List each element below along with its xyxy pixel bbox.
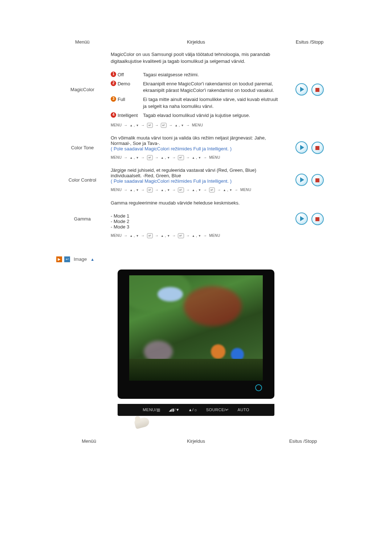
monitor-button-bar: MENU/▥ ◢▮/▼ ▲/☼ SOURCE/↵ AUTO <box>118 404 274 416</box>
stop-icon[interactable] <box>311 174 324 186</box>
btn-down[interactable]: ◢▮/▼ <box>169 408 180 412</box>
gamma-label: Gamma <box>56 196 109 242</box>
stop-icon[interactable] <box>311 213 324 225</box>
footer-header-row: Menüü Kirjeldus Esitus /Stopp <box>56 438 336 444</box>
monitor-illustration: MENU/▥ ◢▮/▼ ▲/☼ SOURCE/↵ AUTO <box>56 270 336 428</box>
row-colortone: Color Tone On võimalik muuta värvi tooni… <box>56 131 336 164</box>
stop-icon[interactable] <box>311 142 324 154</box>
option-intelligent-text: Tagab elavad loomulikud värvid ja kujuti… <box>143 112 281 119</box>
table-header-row: Menüü Kirjeldus Esitus /Stopp <box>56 36 336 48</box>
stop-icon[interactable] <box>311 84 324 96</box>
header-desc: Kirjeldus <box>109 36 283 48</box>
footer-menu: Menüü <box>56 438 122 444</box>
gamma-mode1: - Mode 1 <box>111 213 281 219</box>
btn-source[interactable]: SOURCE/↵ <box>206 408 229 412</box>
magiccolor-label: MagicColor <box>56 48 109 131</box>
option-demo: 2 Demo Ekraanipilt enne MagicColor'i rak… <box>111 81 281 94</box>
header-action: Esitus /Stopp <box>283 36 336 48</box>
badge-2-icon: 2 <box>111 81 116 86</box>
monitor-screen <box>129 275 263 381</box>
option-full-label: Full <box>118 96 143 110</box>
option-off-label: Off <box>118 72 143 78</box>
option-full-text: Ei taga mitte ainult elavaid loomulikke … <box>143 96 281 110</box>
colortone-sequence: MENU → , → ↵ → , → ↵ → , → MENU <box>111 155 281 160</box>
row-gamma: Gamma Gamma reguleerimine muudab värvide… <box>56 196 336 242</box>
play-icon[interactable] <box>295 212 308 225</box>
btn-up[interactable]: ▲/☼ <box>188 408 198 412</box>
magiccolor-sequence: MENU → , → ↵ → ↵ → , → MENU <box>111 123 281 128</box>
gamma-mode2: - Mode 2 <box>111 219 281 224</box>
option-demo-label: Demo <box>118 81 143 94</box>
footer-desc: Kirjeldus <box>122 438 270 444</box>
badge-1-icon: 1 <box>111 72 116 77</box>
gamma-mode3: - Mode 3 <box>111 224 281 230</box>
play-square-icon: ▶ <box>56 256 62 262</box>
option-off: 1 Off Tagasi esialgsesse režiimi. <box>111 72 281 78</box>
colorcontrol-note: ( Pole saadaval MagicColori režiimides F… <box>111 178 281 184</box>
monitor-frame <box>118 270 274 399</box>
header-menu: Menüü <box>56 36 109 48</box>
row-colorcontrol: Color Control Järgige neid juhiseid, et … <box>56 164 336 196</box>
colorcontrol-label: Color Control <box>56 164 109 196</box>
colortone-label: Color Tone <box>56 131 109 164</box>
back-square-icon: ↩ <box>64 256 70 262</box>
play-icon[interactable] <box>295 141 308 154</box>
option-intelligent-label: Intelligent <box>118 112 143 119</box>
finger-pointer-icon <box>134 416 150 429</box>
gamma-text: Gamma reguleerimine muudab värvide heled… <box>111 200 281 207</box>
magiccolor-intro: MagicColor on uus Samsungi poolt välja t… <box>111 51 281 65</box>
colortone-note: ( Pole saadaval MagicColori režiimides F… <box>111 146 281 151</box>
option-demo-text: Ekraanipilt enne MagicColor'i rakendamis… <box>143 81 281 94</box>
option-off-text: Tagasi esialgsesse režiimi. <box>143 72 281 78</box>
settings-table: Menüü Kirjeldus Esitus /Stopp MagicColor… <box>56 36 336 242</box>
badge-3-icon: 3 <box>111 96 116 102</box>
footer-action: Esitus /Stopp <box>270 438 336 444</box>
btn-auto[interactable]: AUTO <box>237 408 249 412</box>
btn-menu[interactable]: MENU/▥ <box>143 408 160 412</box>
option-intelligent: 4 Intelligent Tagab elavad loomulikud vä… <box>111 112 281 119</box>
gamma-sequence: MENU → , → ↵ → , → ↵ → , → MENU <box>111 233 281 238</box>
colorcontrol-text: Järgige neid juhiseid, et reguleerida va… <box>111 167 281 178</box>
row-magiccolor: MagicColor MagicColor on uus Samsungi po… <box>56 48 336 131</box>
section-image-header: ▶ ↩ Image ▲ <box>56 256 336 262</box>
badge-4-icon: 4 <box>111 112 116 118</box>
collapse-up-icon[interactable]: ▲ <box>90 257 94 262</box>
option-full: 3 Full Ei taga mitte ainult elavaid loom… <box>111 96 281 110</box>
section-image-title: Image <box>74 256 87 262</box>
colortone-text: On võimalik muuta värvi tooni ja valida … <box>111 135 281 146</box>
play-icon[interactable] <box>295 174 308 186</box>
power-led-icon <box>255 384 262 391</box>
colorcontrol-sequence: MENU → , → ↵ → , → ↵ → , → ↵ → , → MENU <box>111 187 281 193</box>
play-icon[interactable] <box>295 83 308 96</box>
